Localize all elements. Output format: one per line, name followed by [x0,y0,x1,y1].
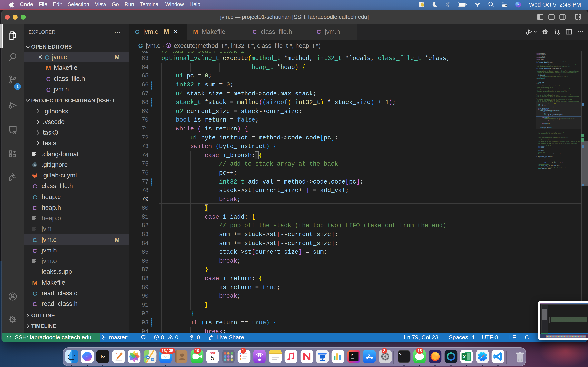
svg-text:280: 280 [151,359,154,361]
svg-text:tv: tv [101,354,105,359]
svg-text:5: 5 [211,355,214,361]
svg-text:OCT: OCT [210,351,216,355]
svg-text:X: X [463,354,466,359]
svg-text:IJ: IJ [351,354,353,357]
svg-text:>_: >_ [399,352,404,357]
svg-text:“: “ [114,351,117,358]
